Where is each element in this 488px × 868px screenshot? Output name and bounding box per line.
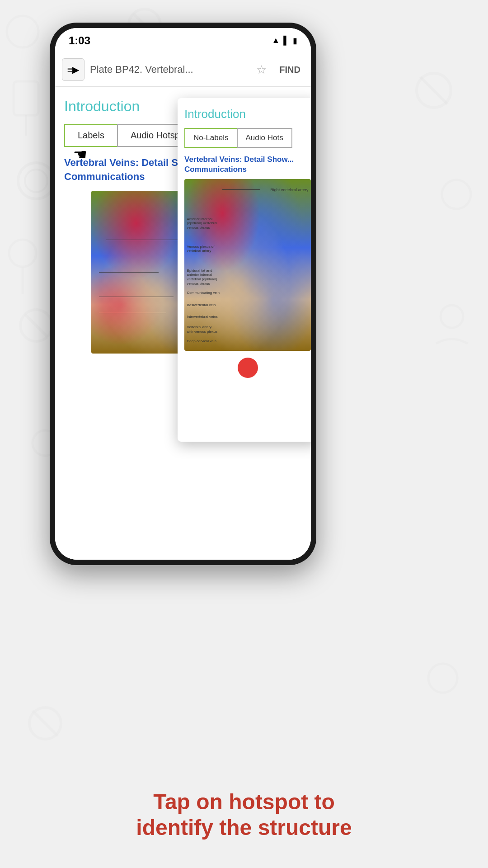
phone-screen: 1:03 ▲ ▌ ▮ ≡▶ Plate BP42. Vertebral... ☆… (55, 28, 311, 560)
popup-comparison-card: Introduction No-Labels Audio Hots Verteb… (178, 98, 311, 442)
annotation-line-3 (99, 297, 174, 297)
svg-point-0 (18, 163, 54, 199)
signal-icon: ▌ (283, 36, 289, 45)
svg-point-18 (442, 180, 471, 209)
annotation-line-2 (99, 272, 159, 273)
svg-rect-5 (14, 81, 38, 115)
cursor-finger-icon: ☛ (73, 146, 87, 164)
wifi-icon: ▲ (272, 36, 280, 45)
popup-plate-image[interactable]: Right vertebral artery Anterior internal… (184, 179, 311, 351)
annotation-right-vertebral-artery: Right vertebral artery (270, 188, 308, 192)
popup-no-labels-button[interactable]: No-Labels (184, 128, 237, 148)
menu-icon: ≡▶ (67, 64, 80, 75)
svg-line-10 (25, 314, 47, 337)
popup-section-title: Introduction (184, 107, 311, 121)
phone-frame: 1:03 ▲ ▌ ▮ ≡▶ Plate BP42. Vertebral... ☆… (50, 23, 316, 565)
find-button[interactable]: FIND (276, 65, 304, 75)
svg-point-4 (7, 16, 38, 47)
status-time: 1:03 (69, 34, 90, 47)
bottom-text-line2: identify the structure (0, 815, 488, 841)
bottom-instruction: Tap on hotspot to identify the structure (0, 789, 488, 841)
battery-icon: ▮ (293, 36, 297, 46)
svg-line-21 (33, 711, 58, 736)
bottom-text-line1: Tap on hotspot to (0, 789, 488, 815)
annotation-line-4 (99, 313, 166, 313)
annotation-deep-cervical-vein: Deep cervical vein (187, 339, 216, 343)
svg-point-19 (441, 305, 463, 328)
bookmark-star-button[interactable]: ☆ (253, 63, 270, 77)
annotation-intervertebral-veins: Intervertebral veins (187, 315, 218, 319)
status-bar: 1:03 ▲ ▌ ▮ (55, 28, 311, 53)
annotation-venous-plexus: Venous plexus ofvertebral artery (187, 245, 215, 253)
red-action-button[interactable] (238, 358, 258, 378)
menu-button[interactable]: ≡▶ (62, 58, 84, 81)
annotation-anterior-internal: Anterior internal(epidural) vertebralven… (187, 217, 217, 230)
svg-point-11 (9, 240, 36, 267)
annotation-line-rva (222, 189, 260, 190)
plate-title-header: Plate BP42. Vertebral... (90, 64, 247, 75)
status-icons: ▲ ▌ ▮ (272, 36, 297, 46)
popup-audio-hots-button[interactable]: Audio Hots (237, 128, 292, 148)
red-action-button-container (184, 358, 311, 378)
app-header: ≡▶ Plate BP42. Vertebral... ☆ FIND (55, 53, 311, 87)
popup-view-mode-group: No-Labels Audio Hots (184, 128, 311, 148)
labels-button[interactable]: Labels (64, 124, 117, 147)
svg-line-17 (420, 77, 447, 104)
popup-plate-subtitle: Vertebral Veins: Detail Show... Communic… (184, 155, 311, 175)
svg-point-1 (25, 170, 47, 192)
annotation-basivertebral-vein: Basivertebral vein (187, 303, 216, 307)
annotation-epidural-fat: Epidural fat andanterior internalvertebr… (187, 269, 217, 286)
annotation-communicating-vein: Communicating vein (187, 291, 220, 295)
annotation-vertebral-artery-venous: Vertebral arterywith venous plexus (187, 325, 218, 334)
svg-point-22 (428, 664, 457, 693)
